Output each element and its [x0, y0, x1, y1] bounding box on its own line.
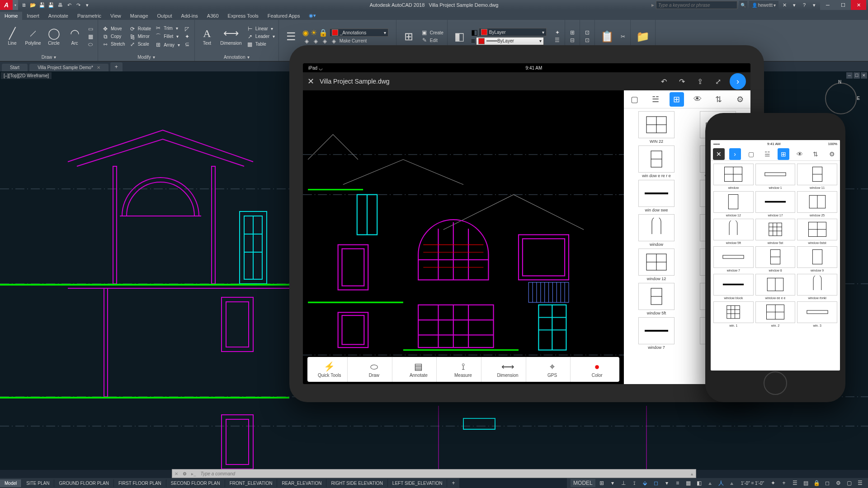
layout-left[interactable]: LEFT SIDE_ELEVATION [388, 479, 448, 487]
layer-dropdown[interactable]: _Annotations▾ [330, 28, 388, 37]
annoscale2-icon[interactable]: ⟁ [727, 479, 736, 487]
chevron-down-icon[interactable]: ▾ [54, 55, 56, 60]
lineweight-dropdown[interactable]: ━━━━ ByLayer▾ [476, 37, 544, 45]
tab-manage[interactable]: Manage [126, 12, 153, 20]
cleanscreen-icon[interactable]: ▢ [844, 479, 854, 487]
tab-annotate[interactable]: Annotate [44, 12, 73, 20]
layout-new[interactable]: + [447, 479, 460, 488]
transparency-icon[interactable]: ▦ [684, 479, 693, 487]
palette-item[interactable]: window 12 [627, 249, 686, 281]
mirror-button[interactable]: ⧎Mirror [128, 33, 152, 40]
layout-rear[interactable]: REAR_ELEVATION [277, 479, 326, 487]
ortho-icon[interactable]: ⊥ [619, 479, 628, 487]
palette-item[interactable]: window [627, 214, 686, 247]
circle-button[interactable]: ◯Circle [44, 21, 63, 52]
palette-item[interactable]: window ee e e [755, 274, 796, 300]
command-input[interactable] [199, 471, 688, 476]
copy-button[interactable]: ⧉Copy [101, 33, 126, 40]
erase-icon[interactable]: ◸ [183, 25, 192, 33]
ipad-canvas[interactable]: ⚡Quick Tools ⬭Draw ▤Annotate ⟟Measure ⟷D… [303, 90, 624, 384]
palette-item[interactable]: window 7 [627, 317, 686, 350]
line-button[interactable]: ╱Line [3, 21, 22, 52]
palette-item[interactable]: window 11 [797, 164, 837, 189]
palette-item[interactable]: window 8 [755, 246, 796, 272]
annoscale-icon[interactable]: ⟁ [706, 479, 715, 487]
layout-model[interactable]: Model [0, 479, 22, 487]
palette-item[interactable]: window 6stst [797, 219, 837, 244]
user-account[interactable]: 👤 hewettt ▾ [749, 1, 778, 9]
draw-button[interactable]: ⬭Draw [356, 357, 392, 382]
palette-item[interactable]: window 9 [797, 246, 837, 272]
palette-item[interactable]: window block [713, 274, 754, 300]
units-icon[interactable]: ☰ [790, 479, 799, 487]
palette-item[interactable]: window rbnkl [797, 274, 837, 300]
palette-item[interactable]: win dow swe [627, 180, 686, 212]
hardware-icon[interactable]: ⚙ [834, 479, 843, 487]
color-dropdown[interactable]: ByLayer▾ [479, 28, 547, 36]
explode-icon[interactable]: ✦ [183, 33, 192, 40]
create-block-button[interactable]: ▣Create [420, 29, 444, 36]
viewport-label[interactable]: [–][Top][2D Wireframe] [1, 72, 52, 79]
linear-button[interactable]: ⊢Linear ▾ [245, 25, 276, 33]
qat-more-icon[interactable]: ▾ [83, 1, 91, 9]
vp-max-icon[interactable]: ☐ [854, 72, 860, 79]
maximize-button[interactable]: ☐ [835, 0, 851, 10]
customize-icon[interactable]: ⚙ [180, 471, 189, 476]
tab-addins[interactable]: Add-ins [177, 12, 203, 20]
polyline-button[interactable]: ⟋Polyline [24, 21, 42, 52]
palette-item[interactable]: window 25 [797, 191, 837, 217]
close-icon[interactable]: ✕ [172, 471, 180, 476]
help-dropdown-icon[interactable]: ▾ [810, 1, 818, 9]
close-icon[interactable]: ✕ [97, 65, 100, 70]
close-icon[interactable]: ✕ [307, 76, 314, 86]
ungroup-icon[interactable]: ⊟ [568, 37, 577, 44]
layout-second[interactable]: SECOND FLOOR PLAN [166, 479, 225, 487]
human-icon[interactable]: 人 [717, 479, 726, 487]
layers-icon[interactable]: ☱ [761, 148, 773, 160]
tab-output[interactable]: Output [153, 12, 177, 20]
annotate-button[interactable]: ▤Annotate [401, 357, 437, 382]
command-line[interactable]: ✕ ⚙ ▸_ ▴ [172, 469, 696, 478]
plot-icon[interactable]: 🖶 [56, 1, 64, 9]
bulb-icon[interactable]: ◉ [302, 28, 309, 37]
vp-close-icon[interactable]: ✕ [861, 72, 867, 79]
tab-view[interactable]: View [106, 12, 126, 20]
chevron-down-icon[interactable]: ▾ [153, 55, 155, 60]
color-button[interactable]: ●Color [579, 357, 615, 382]
rect-icon[interactable]: ▭ [86, 25, 95, 33]
search-icon[interactable]: 🔍 [739, 1, 747, 9]
palette-item[interactable]: win. 1 [713, 301, 754, 327]
settings2-icon[interactable]: ⇅ [810, 148, 821, 160]
gear-icon[interactable]: ⚙ [733, 92, 747, 107]
palette-item[interactable]: win dow e re r e [627, 145, 686, 178]
palette-item[interactable]: window 5ft [627, 283, 686, 315]
stretch-button[interactable]: ⇿Stretch [101, 41, 126, 48]
edit-block-button[interactable]: ✎Edit [420, 37, 444, 44]
measure-button[interactable]: ⟟Measure [445, 357, 481, 382]
saveas-icon[interactable]: 💾 [47, 1, 55, 9]
history-icon[interactable]: ▴ [688, 471, 696, 476]
grid-icon[interactable]: ⊞ [597, 479, 606, 487]
ellipse-icon[interactable]: ⬭ [86, 41, 95, 48]
tab-start[interactable]: Start [2, 64, 28, 71]
gps-button[interactable]: ⌖GPS [534, 357, 571, 382]
rotate-button[interactable]: ⟳Rotate [128, 25, 152, 33]
redo-icon[interactable]: ↷ [74, 1, 82, 9]
select-icon[interactable]: ⊡ [583, 37, 592, 44]
cycling-icon[interactable]: ◧ [695, 479, 704, 487]
drawing-scale[interactable]: 1'-0" = 1'-0" [738, 481, 767, 486]
osnap-icon[interactable]: ◻ [651, 479, 660, 487]
viewport-icon[interactable]: ▢ [627, 92, 642, 107]
layout-first[interactable]: FIRST FLOOR PLAN [114, 479, 166, 487]
list-icon[interactable]: ☰ [553, 37, 562, 44]
palette-item[interactable]: window 7 [713, 246, 754, 272]
palette-item[interactable]: window 17 [755, 191, 796, 217]
palette-item[interactable]: win. 3 [797, 301, 837, 327]
blocks-icon[interactable]: ⊞ [778, 148, 789, 160]
tab-parametric[interactable]: Parametric [73, 12, 106, 20]
app-menu-arrow-icon[interactable]: ▾ [13, 0, 18, 10]
help-icon[interactable]: ? [800, 1, 808, 9]
lock-icon[interactable]: 🔒 [319, 28, 328, 37]
dimension-button[interactable]: ⟷Dimension [490, 357, 526, 382]
redo-icon[interactable]: ↷ [675, 75, 688, 88]
